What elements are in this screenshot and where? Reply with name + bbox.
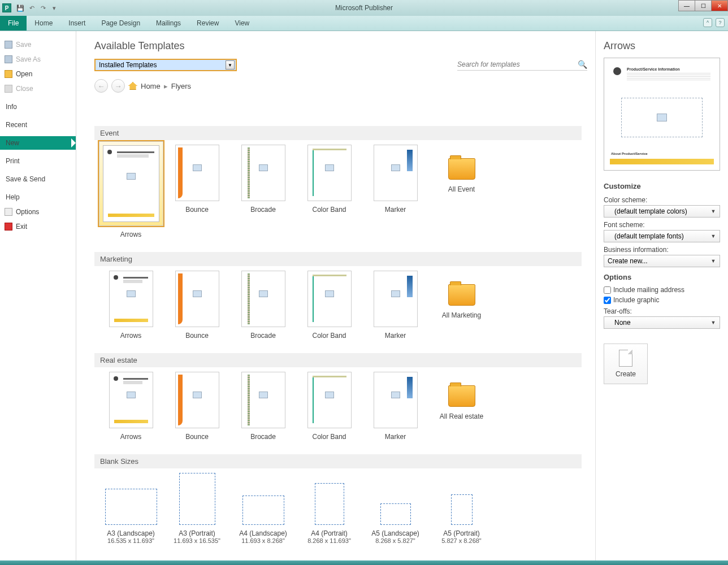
options-icon [5, 208, 12, 216]
blank-a5-landscape[interactable]: A5 (Landscape)8.268 x 5.827" [362, 503, 428, 544]
blank-a5-portrait[interactable]: A5 (Portrait)5.827 x 8.268" [428, 494, 495, 544]
section-blank-header: Blank Sizes [94, 454, 582, 468]
taskbar [0, 560, 728, 565]
template-source-combo[interactable]: Installed Templates ▼ [94, 59, 237, 71]
template-marker[interactable]: Marker [362, 372, 428, 441]
home-icon[interactable] [128, 82, 137, 90]
include-mailing-checkbox[interactable]: Include mailing address [604, 286, 720, 294]
search-input[interactable] [457, 60, 578, 68]
blank-a4-portrait[interactable]: A4 (Portrait)8.268 x 11.693" [296, 483, 362, 544]
ribbon: File Home Insert Page Design Mailings Re… [0, 16, 728, 31]
preview-pane: Arrows Product/Service Information About… [595, 31, 728, 560]
maximize-button[interactable]: ☐ [695, 0, 712, 11]
search-icon[interactable]: 🔍 [578, 60, 587, 69]
tab-mailings[interactable]: Mailings [148, 16, 189, 31]
tearoffs-label: Tear-offs: [604, 307, 720, 315]
tab-home[interactable]: Home [27, 16, 60, 31]
search-box[interactable]: 🔍 [457, 58, 587, 71]
template-color-band[interactable]: Color Band [296, 271, 362, 340]
save-as-icon [5, 55, 12, 63]
open-icon [5, 70, 12, 78]
template-arrows[interactable]: Arrows [98, 372, 164, 441]
blank-a3-landscape[interactable]: A3 (Landscape)16.535 x 11.693" [98, 489, 164, 544]
undo-icon[interactable]: ↶ [27, 3, 36, 12]
section-event-header: Event [94, 126, 582, 140]
create-button[interactable]: Create [604, 344, 648, 384]
combo-value: Installed Templates [99, 61, 157, 69]
folder-all-event[interactable]: All Event [428, 145, 495, 238]
breadcrumb-current: Flyers [171, 82, 191, 90]
save-icon[interactable]: 💾 [16, 3, 25, 12]
exit-icon [5, 223, 12, 231]
include-graphic-checkbox[interactable]: Include graphic [604, 296, 720, 304]
folder-icon [448, 158, 475, 180]
title-bar: P 💾 ↶ ↷ ▾ Microsoft Publisher — ☐ ✕ [0, 0, 728, 16]
template-scroll-area[interactable]: Event Arrows Bounce Brocade Color Band M… [94, 126, 582, 560]
template-arrows[interactable]: Arrows [98, 271, 164, 340]
business-info-label: Business information: [604, 246, 720, 254]
backstage-sidebar: Save Save As Open Close Info Recent New … [0, 31, 76, 560]
template-brocade[interactable]: Brocade [230, 372, 296, 441]
nav-back-button[interactable]: ← [94, 79, 108, 93]
minimize-button[interactable]: — [678, 0, 695, 11]
template-preview: Product/Service Information About Produc… [604, 58, 720, 171]
sidebar-print[interactable]: Print [0, 154, 76, 168]
page-title: Available Templates [94, 40, 587, 52]
template-marker[interactable]: Marker [362, 271, 428, 340]
template-bounce[interactable]: Bounce [164, 271, 230, 340]
chevron-down-icon: ▼ [709, 233, 717, 239]
blank-a4-landscape[interactable]: A4 (Landscape)11.693 x 8.268" [230, 496, 296, 544]
help-icon[interactable]: ? [716, 18, 725, 27]
font-scheme-label: Font scheme: [604, 221, 720, 229]
chevron-right-icon: ▸ [164, 82, 168, 90]
tab-review[interactable]: Review [189, 16, 227, 31]
sidebar-exit[interactable]: Exit [0, 220, 76, 233]
tearoffs-dropdown[interactable]: None▼ [604, 316, 720, 329]
qat-menu-icon[interactable]: ▾ [50, 3, 59, 12]
sidebar-save-as[interactable]: Save As [0, 53, 76, 66]
options-header: Options [604, 273, 720, 281]
template-marker[interactable]: Marker [362, 145, 428, 238]
quick-access-toolbar: 💾 ↶ ↷ ▾ [16, 3, 59, 12]
customize-header: Customize [604, 182, 720, 190]
tab-page-design[interactable]: Page Design [93, 16, 148, 31]
color-scheme-dropdown[interactable]: (default template colors)▼ [604, 205, 720, 218]
template-color-band[interactable]: Color Band [296, 372, 362, 441]
sidebar-recent[interactable]: Recent [0, 118, 76, 132]
sidebar-open[interactable]: Open [0, 67, 76, 81]
nav-forward-button[interactable]: → [111, 79, 125, 93]
close-icon [5, 85, 12, 93]
redo-icon[interactable]: ↷ [38, 3, 47, 12]
folder-icon [448, 385, 475, 407]
section-marketing-header: Marketing [94, 252, 582, 266]
sidebar-save[interactable]: Save [0, 38, 76, 51]
chevron-down-icon: ▼ [709, 208, 717, 214]
template-brocade[interactable]: Brocade [230, 271, 296, 340]
template-brocade[interactable]: Brocade [230, 145, 296, 238]
folder-all-marketing[interactable]: All Marketing [428, 271, 495, 340]
breadcrumb-home[interactable]: Home [141, 82, 161, 90]
sidebar-save-send[interactable]: Save & Send [0, 172, 76, 186]
close-button[interactable]: ✕ [711, 0, 728, 11]
font-scheme-dropdown[interactable]: (default template fonts)▼ [604, 230, 720, 242]
preview-title: Arrows [604, 40, 720, 52]
template-bounce[interactable]: Bounce [164, 145, 230, 238]
business-info-dropdown[interactable]: Create new...▼ [604, 255, 720, 267]
ribbon-minimize-icon[interactable]: ^ [703, 18, 712, 27]
sidebar-options[interactable]: Options [0, 205, 76, 219]
tab-file[interactable]: File [0, 16, 27, 31]
breadcrumb: ← → Home ▸ Flyers [94, 79, 587, 93]
blank-a3-portrait[interactable]: A3 (Portrait)11.693 x 16.535" [164, 473, 230, 544]
template-arrows[interactable]: Arrows [98, 145, 164, 238]
save-icon [5, 41, 12, 49]
tab-view[interactable]: View [227, 16, 257, 31]
sidebar-help[interactable]: Help [0, 190, 76, 204]
sidebar-info[interactable]: Info [0, 100, 76, 114]
template-bounce[interactable]: Bounce [164, 372, 230, 441]
template-color-band[interactable]: Color Band [296, 145, 362, 238]
sidebar-close[interactable]: Close [0, 82, 76, 95]
sidebar-new[interactable]: New [0, 136, 76, 150]
tab-insert[interactable]: Insert [60, 16, 93, 31]
folder-all-realestate[interactable]: All Real estate [428, 372, 495, 441]
chevron-down-icon[interactable]: ▼ [226, 60, 235, 69]
